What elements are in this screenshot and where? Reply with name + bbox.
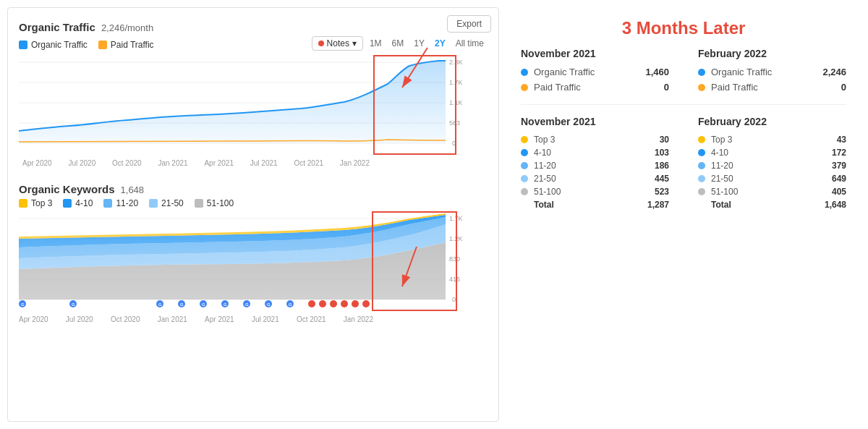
nov-organic-dot — [521, 69, 528, 76]
x-label-3: Oct 2020 — [112, 159, 142, 167]
svg-text:G: G — [202, 302, 205, 307]
keywords-chart-svg: G G G G G G G G G — [19, 211, 475, 313]
svg-text:1.2K: 1.2K — [449, 235, 463, 242]
feb-organic-row: Organic Traffic 2,246 — [698, 67, 846, 77]
legend-11-20-label: 11-20 — [116, 198, 138, 208]
nov-51-100-row: 51-100 523 — [521, 187, 669, 197]
notes-button[interactable]: Notes ▾ — [312, 36, 363, 51]
feb-keywords-month: February 2022 — [698, 116, 846, 127]
nov-organic-row: Organic Traffic 1,460 — [521, 67, 669, 77]
feb-4-10-label: 4-10 — [711, 148, 815, 158]
51-100-checkbox[interactable] — [195, 199, 203, 208]
right-panel: 3 Months Later November 2021 Organic Tra… — [506, 7, 861, 422]
keywords-stats-section: November 2021 Top 3 30 4-10 103 11-20 18… — [506, 105, 861, 217]
nov-4-10-label: 4-10 — [534, 148, 638, 158]
svg-point-34 — [319, 300, 326, 307]
feb-11-20-row: 11-20 379 — [698, 161, 846, 171]
feb-21-50-row: 21-50 649 — [698, 174, 846, 184]
4-10-checkbox[interactable] — [63, 199, 72, 208]
feb-51-100-dot — [698, 188, 705, 195]
notes-chevron: ▾ — [352, 38, 357, 48]
nov-21-50-dot — [521, 175, 528, 182]
svg-text:G: G — [21, 302, 25, 307]
traffic-chart-container: 2.3K 1.7K 1.1K 563 0 Apr 2020 Jul 2020 O… — [19, 55, 488, 167]
legend-paid: Paid Traffic — [98, 40, 154, 50]
keywords-chart-container: G G G G G G G G G — [19, 211, 488, 323]
feb-21-50-label: 21-50 — [711, 174, 815, 184]
x-label-6: Jul 2021 — [250, 159, 278, 167]
kw-x-4: Jan 2021 — [158, 315, 187, 323]
svg-point-35 — [330, 300, 337, 307]
export-button[interactable]: Export — [447, 15, 491, 33]
feb-traffic-col: February 2022 Organic Traffic 2,246 Paid… — [698, 48, 846, 97]
time-2y[interactable]: 2Y — [431, 37, 449, 50]
organic-keywords-value: 1,648 — [121, 184, 145, 195]
svg-text:G: G — [245, 302, 249, 307]
x-label-4: Jan 2021 — [158, 159, 187, 167]
nov-keywords-col: November 2021 Top 3 30 4-10 103 11-20 18… — [521, 116, 669, 210]
kw-x-8: Jan 2022 — [344, 315, 373, 323]
11-20-checkbox[interactable] — [103, 199, 112, 208]
paid-checkbox[interactable] — [98, 41, 107, 49]
svg-text:G: G — [224, 302, 227, 307]
feb-11-20-label: 11-20 — [711, 161, 815, 171]
svg-text:G: G — [267, 302, 271, 307]
feb-total-value: 1,648 — [821, 200, 846, 210]
legend-21-50: 21-50 — [149, 198, 184, 208]
nov-4-10-dot — [521, 149, 528, 156]
feb-4-10-value: 172 — [821, 148, 846, 158]
feb-total-row: Total 1,648 — [698, 200, 846, 210]
svg-point-33 — [308, 300, 315, 307]
traffic-stats-section: November 2021 Organic Traffic 1,460 Paid… — [506, 42, 861, 104]
feb-paid-value: 0 — [817, 82, 846, 93]
x-label-1: Apr 2020 — [22, 159, 52, 167]
nov-4-10-value: 103 — [644, 148, 669, 158]
nov-51-100-label: 51-100 — [534, 187, 638, 197]
svg-text:563: 563 — [449, 119, 460, 127]
nov-paid-dot — [521, 84, 528, 91]
legend-top3: Top 3 — [19, 198, 52, 208]
organic-checkbox[interactable] — [19, 41, 27, 49]
feb-4-10-row: 4-10 172 — [698, 148, 846, 158]
svg-point-36 — [341, 300, 348, 307]
time-6m[interactable]: 6M — [388, 37, 408, 50]
x-label-7: Oct 2021 — [294, 159, 323, 167]
nov-11-20-label: 11-20 — [534, 161, 638, 171]
feb-keywords-col: February 2022 Top 3 43 4-10 172 11-20 37… — [698, 116, 846, 210]
feb-organic-label: Organic Traffic — [711, 67, 812, 77]
main-container: Export Organic Traffic 2,246/month Organ… — [0, 0, 868, 429]
time-alltime[interactable]: All time — [452, 37, 488, 50]
legend-51-100-label: 51-100 — [207, 198, 234, 208]
svg-text:0: 0 — [452, 296, 456, 303]
legend-4-10: 4-10 — [63, 198, 93, 208]
x-label-8: Jan 2022 — [340, 159, 370, 167]
nov-21-50-value: 445 — [644, 174, 669, 184]
svg-text:415: 415 — [449, 276, 460, 283]
feb-top3-dot — [698, 136, 705, 143]
svg-text:G: G — [180, 302, 184, 307]
feb-organic-value: 2,246 — [817, 67, 846, 77]
feb-paid-label: Paid Traffic — [711, 82, 812, 93]
svg-text:1.1K: 1.1K — [449, 99, 463, 106]
time-1m[interactable]: 1M — [366, 37, 386, 50]
feb-paid-row: Paid Traffic 0 — [698, 82, 846, 93]
nov-keywords-month: November 2021 — [521, 116, 669, 127]
organic-traffic-header: Organic Traffic 2,246/month — [19, 21, 488, 33]
left-panel: Export Organic Traffic 2,246/month Organ… — [7, 7, 499, 422]
feb-top3-label: Top 3 — [711, 135, 815, 145]
notes-icon — [318, 41, 324, 46]
time-1y[interactable]: 1Y — [410, 37, 428, 50]
feb-21-50-dot — [698, 175, 705, 182]
svg-text:G: G — [72, 302, 75, 307]
three-months-heading: 3 Months Later — [506, 7, 861, 42]
nov-organic-label: Organic Traffic — [534, 67, 634, 77]
21-50-checkbox[interactable] — [149, 199, 158, 208]
svg-text:1.7K: 1.7K — [449, 215, 463, 222]
feb-traffic-month: February 2022 — [698, 48, 846, 59]
nov-paid-row: Paid Traffic 0 — [521, 82, 669, 93]
legend-organic: Organic Traffic — [19, 40, 88, 50]
top3-checkbox[interactable] — [19, 199, 27, 208]
feb-21-50-value: 649 — [821, 174, 846, 184]
nov-11-20-value: 186 — [644, 161, 669, 171]
nov-paid-label: Paid Traffic — [534, 82, 634, 93]
